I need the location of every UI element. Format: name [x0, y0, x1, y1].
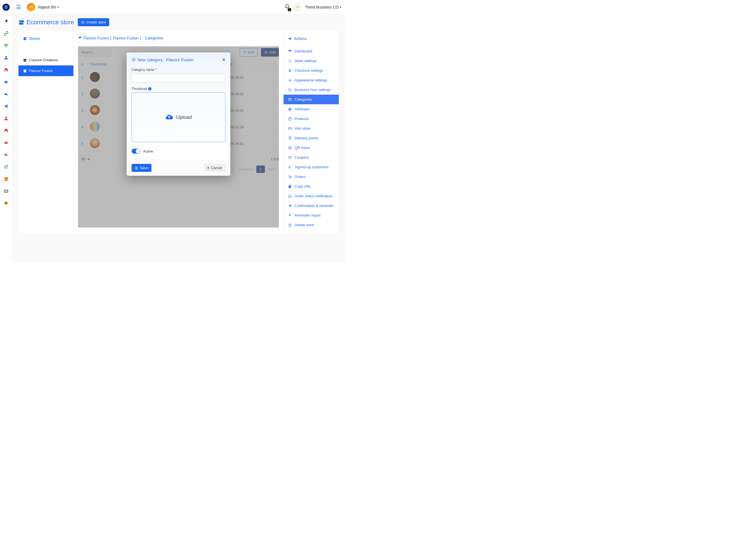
plus-circle-icon [132, 58, 136, 62]
nav-wifi-icon[interactable] [3, 42, 9, 49]
action-signed-up-customers[interactable]: Signed-up customers [284, 162, 339, 172]
action-qr-menu[interactable]: QR menu [284, 143, 339, 153]
action-visit-store[interactable]: Visit store [284, 124, 339, 133]
dashboard-icon [78, 36, 82, 40]
svg-rect-5 [5, 81, 8, 83]
action-dashboard[interactable]: Dashboard [284, 46, 339, 56]
action-icon [288, 185, 292, 188]
svg-rect-23 [289, 98, 292, 101]
user-avatar: RB [27, 3, 35, 11]
nav-user-alt-icon[interactable] [3, 115, 9, 121]
user-menu[interactable]: RB Rajesh BV ▾ [27, 3, 59, 11]
action-icon [288, 204, 292, 208]
action-orders[interactable]: Orders [284, 172, 339, 182]
action-icon [288, 117, 292, 121]
svg-point-27 [290, 137, 290, 138]
nav-store-icon[interactable] [3, 176, 9, 182]
cancel-button[interactable]: × Cancel [204, 164, 225, 172]
modal-close-button[interactable]: × [222, 57, 225, 62]
store-item-flavour-fusion[interactable]: Flavour Fusion [18, 65, 73, 76]
action-products[interactable]: Products [284, 114, 339, 124]
action-icon [288, 107, 292, 111]
svg-point-8 [5, 117, 7, 118]
page-title: Ecommerce store [18, 19, 74, 26]
save-icon [135, 166, 138, 170]
action-order-status-notification[interactable]: Order status notification [284, 191, 339, 201]
svg-point-33 [289, 166, 290, 167]
action-coupons[interactable]: Coupons [284, 153, 339, 162]
nav-send-icon[interactable] [3, 103, 9, 109]
caret-down-icon: ▾ [57, 6, 59, 9]
svg-point-21 [289, 79, 291, 81]
info-icon[interactable]: i [148, 87, 151, 90]
nav-headset-alt-icon[interactable] [3, 127, 9, 134]
close-icon: × [207, 166, 209, 170]
nav-card-icon[interactable] [3, 188, 9, 194]
stores-heading: Stores [18, 34, 73, 46]
hamburger-icon[interactable]: ☰ [16, 4, 21, 10]
svg-point-34 [289, 178, 290, 178]
actions-heading: Actions [284, 34, 339, 46]
nav-coins-icon[interactable] [3, 200, 9, 206]
svg-rect-30 [290, 147, 291, 148]
action-copy-url[interactable]: Copy URL [284, 182, 339, 191]
action-icon [288, 194, 292, 198]
nav-reply-icon[interactable] [3, 91, 9, 97]
svg-rect-29 [289, 147, 290, 148]
action-business-hour-settings[interactable]: Business hour settings [284, 85, 339, 95]
action-attributes[interactable]: Attributes [284, 104, 339, 114]
action-reminder-report[interactable]: Reminder report [284, 210, 339, 220]
svg-point-38 [289, 215, 290, 216]
action-icon [288, 136, 292, 140]
svg-point-10 [5, 143, 6, 143]
action-icon [288, 214, 292, 217]
svg-point-4 [5, 56, 7, 58]
category-name-input[interactable] [132, 73, 225, 82]
nav-share-icon[interactable] [3, 164, 9, 170]
modal-title: New category : Flavour Fusion [132, 57, 193, 62]
nav-headset-icon[interactable] [3, 67, 9, 73]
action-icon [288, 69, 292, 73]
nav-user-icon[interactable] [3, 55, 9, 61]
nav-robot-icon[interactable] [3, 79, 9, 85]
action-appearance-settings[interactable]: Appearance settings [284, 75, 339, 85]
action-icon [288, 156, 292, 159]
store-icon [23, 37, 27, 41]
nav-reply-alt-icon[interactable] [3, 152, 9, 158]
business-logo: TB [294, 3, 301, 11]
save-button[interactable]: Save [132, 164, 151, 172]
user-name: Rajesh BV [38, 5, 56, 9]
app-logo[interactable] [0, 0, 12, 14]
store-icon [18, 19, 24, 25]
nav-robot-alt-icon[interactable] [3, 140, 9, 146]
action-checkout-settings[interactable]: Checkout settings [284, 66, 339, 75]
topbar: ☰ RB Rajesh BV ▾ 0 TB Trend Business CO … [0, 0, 345, 14]
business-menu[interactable]: Trend Business CO ▾ [305, 5, 341, 9]
breadcrumb-store-alt[interactable]: Flavour Fusion [113, 36, 138, 40]
notification-bell[interactable]: 0 [285, 4, 290, 10]
action-confirmation-reminder[interactable]: Confirmation & reminder [284, 201, 339, 210]
action-delivery-points[interactable]: Delivery points [284, 133, 339, 143]
action-delete-store[interactable]: Delete store [284, 220, 339, 230]
svg-rect-26 [289, 127, 292, 129]
thumbnail-upload[interactable]: Upload [132, 92, 225, 142]
action-store-settings[interactable]: Store settings [284, 56, 339, 66]
breadcrumb-store[interactable]: Flavour Fusion [83, 36, 109, 40]
svg-point-2 [5, 6, 6, 7]
action-icon [288, 165, 292, 169]
nav-link-icon[interactable] [3, 30, 9, 36]
notification-count: 0 [288, 8, 291, 11]
svg-rect-31 [289, 148, 290, 148]
active-label: Active [143, 149, 153, 153]
svg-point-6 [5, 82, 6, 82]
create-store-button[interactable]: Create store [78, 18, 109, 26]
action-icon [288, 98, 292, 102]
active-toggle[interactable] [132, 149, 140, 154]
action-icon [288, 88, 292, 92]
action-categories[interactable]: Categories [284, 95, 339, 104]
nav-fire-icon[interactable] [3, 18, 9, 24]
svg-rect-28 [289, 146, 291, 149]
send-icon [288, 37, 292, 41]
svg-rect-32 [289, 157, 291, 158]
store-item-couture[interactable]: Couture Creations [18, 55, 73, 65]
